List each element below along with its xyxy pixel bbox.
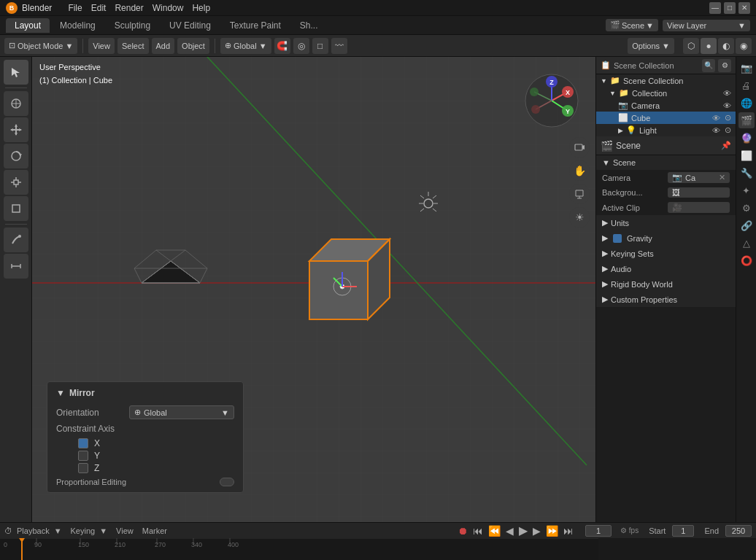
- shading-mat[interactable]: ◐: [718, 38, 734, 54]
- scene-section[interactable]: ▼ Scene: [596, 155, 736, 170]
- tool-annotate[interactable]: [4, 228, 28, 252]
- prop-icon-particles[interactable]: ✦: [738, 182, 755, 198]
- gravity-checkbox[interactable]: [613, 234, 622, 243]
- skip-end[interactable]: ⏭: [562, 525, 575, 537]
- tool-select[interactable]: [4, 60, 28, 85]
- prop-icon-physics[interactable]: ⚙: [738, 200, 755, 216]
- options-btn[interactable]: Options ▼: [628, 38, 674, 54]
- prev-keyframe[interactable]: ◀: [504, 525, 515, 537]
- tool-transform[interactable]: [4, 196, 28, 221]
- background-prop-val[interactable]: 🖼: [668, 187, 730, 198]
- next-keyframe[interactable]: ▶: [531, 525, 542, 537]
- navigation-gizmo[interactable]: X Y Z: [522, 71, 581, 130]
- mirror-collapse-icon[interactable]: ▼: [56, 388, 65, 398]
- tab-texture-paint[interactable]: Texture Paint: [221, 18, 290, 33]
- orientation-select[interactable]: ⊕ Global ▼: [129, 405, 234, 419]
- prop-icon-constraints[interactable]: 🔗: [738, 217, 755, 233]
- menu-edit[interactable]: Edit: [87, 2, 111, 14]
- prop-icon-material[interactable]: ⭕: [738, 252, 755, 268]
- hand-btn[interactable]: ✋: [569, 160, 590, 181]
- object-menu[interactable]: Object: [177, 38, 209, 54]
- shading-solid[interactable]: ●: [701, 38, 717, 54]
- outliner-scene-collection[interactable]: ▼ 📁 Scene Collection: [596, 74, 736, 87]
- shading-render[interactable]: ◉: [736, 38, 752, 54]
- prop-icon-view-layer[interactable]: 🌐: [738, 95, 755, 111]
- end-frame-input[interactable]: [725, 525, 752, 537]
- proportional-btn[interactable]: ◎: [293, 38, 309, 54]
- camera-remove[interactable]: ✕: [719, 173, 725, 182]
- rec-btn[interactable]: ⏺: [456, 525, 469, 537]
- marker-label[interactable]: Marker: [142, 526, 167, 535]
- viewport-3d[interactable]: User Perspective (1) Collection | Cube X…: [32, 57, 595, 522]
- win-maximize[interactable]: □: [724, 2, 736, 14]
- play-btn[interactable]: ▶: [517, 524, 529, 537]
- light-visibility[interactable]: 👁: [712, 126, 720, 135]
- props-pin[interactable]: 📌: [721, 141, 731, 150]
- axis-z-checkbox[interactable]: [78, 463, 88, 473]
- gravity-section[interactable]: ▶ Gravity: [596, 230, 736, 246]
- cube-visibility[interactable]: 👁: [712, 114, 720, 122]
- toolbar-extra2[interactable]: 〰: [331, 38, 347, 54]
- menu-help[interactable]: Help: [188, 2, 215, 14]
- prop-icon-world[interactable]: 🔮: [738, 130, 755, 146]
- light-render-vis[interactable]: ⊙: [725, 125, 731, 135]
- prop-icon-modifiers[interactable]: 🔧: [738, 165, 755, 181]
- prop-icon-data[interactable]: △: [738, 235, 755, 251]
- outliner-collection[interactable]: ▼ 📁 Collection 👁: [596, 87, 736, 99]
- cube-render-vis[interactable]: ⊙: [725, 113, 731, 122]
- view-label[interactable]: View: [116, 526, 134, 535]
- audio-section[interactable]: ▶ Audio: [596, 261, 736, 276]
- units-section[interactable]: ▶ Units: [596, 215, 736, 230]
- prop-icon-render[interactable]: 📷: [738, 60, 755, 76]
- menu-file[interactable]: File: [63, 2, 86, 14]
- current-frame-input[interactable]: [585, 525, 612, 537]
- select-menu[interactable]: Select: [117, 38, 149, 54]
- prop-editing-toggle[interactable]: [220, 478, 234, 486]
- rigid-body-section[interactable]: ▶ Rigid Body World: [596, 276, 736, 292]
- sun-btn[interactable]: ☀: [569, 207, 590, 228]
- orientation-selector[interactable]: ⊕ Global ▼: [220, 38, 271, 54]
- tab-layout[interactable]: Layout: [6, 18, 50, 33]
- prop-icon-object[interactable]: ⬜: [738, 147, 755, 163]
- tab-sh[interactable]: Sh...: [291, 18, 327, 33]
- axis-y-checkbox[interactable]: [78, 451, 88, 461]
- win-close[interactable]: ✕: [738, 2, 750, 14]
- tool-cursor[interactable]: [4, 91, 28, 116]
- tab-uv-editing[interactable]: UV Editing: [161, 18, 220, 33]
- timeline-ruler[interactable]: 0 90 150 210 270 340 400: [0, 538, 756, 560]
- keying-sets-section[interactable]: ▶ Keying Sets: [596, 246, 736, 261]
- mode-selector[interactable]: ⊡ Object Mode ▼: [4, 38, 77, 54]
- cam-visibility[interactable]: 👁: [723, 101, 731, 110]
- axis-x-checkbox[interactable]: [78, 438, 88, 448]
- view-menu[interactable]: View: [88, 38, 115, 54]
- tab-sculpting[interactable]: Sculpting: [106, 18, 159, 33]
- tool-scale[interactable]: [4, 170, 28, 195]
- outliner-add-btn[interactable]: ⚙: [718, 59, 731, 72]
- custom-props-section[interactable]: ▶ Custom Properties: [596, 292, 736, 307]
- tab-modeling[interactable]: Modeling: [51, 18, 104, 33]
- start-frame-input[interactable]: [672, 525, 694, 537]
- menu-window[interactable]: Window: [148, 2, 188, 14]
- pb-dropdown[interactable]: ▼: [54, 526, 62, 535]
- tool-move[interactable]: [4, 117, 28, 142]
- skip-start[interactable]: ⏮: [471, 525, 485, 537]
- tool-rotate[interactable]: [4, 144, 28, 168]
- win-minimize[interactable]: —: [709, 2, 721, 14]
- menu-render[interactable]: Render: [110, 2, 147, 14]
- active-clip-val[interactable]: 🎥: [668, 202, 730, 213]
- camera-prop-val[interactable]: 📷 Ca ✕: [668, 172, 730, 183]
- keying-dropdown[interactable]: ▼: [99, 526, 107, 535]
- outliner-light[interactable]: ▶ 💡 Light 👁 ⊙: [596, 124, 736, 136]
- keying-label[interactable]: Keying: [71, 526, 96, 535]
- toolbar-extra1[interactable]: □: [312, 38, 328, 54]
- snap-btn[interactable]: 🧲: [274, 38, 290, 54]
- camera-persp-btn[interactable]: [569, 184, 590, 204]
- scene-selector[interactable]: 🎬 Scene ▼: [606, 19, 658, 31]
- prop-icon-output[interactable]: 🖨: [738, 77, 755, 93]
- prop-icon-scene[interactable]: 🎬: [738, 112, 755, 128]
- prev-frame[interactable]: ⏪: [487, 525, 502, 537]
- camera-view-btn[interactable]: [569, 137, 590, 158]
- tool-measure[interactable]: [4, 254, 28, 279]
- shading-wire[interactable]: ⬡: [683, 38, 699, 54]
- col-visibility[interactable]: 👁: [723, 89, 731, 98]
